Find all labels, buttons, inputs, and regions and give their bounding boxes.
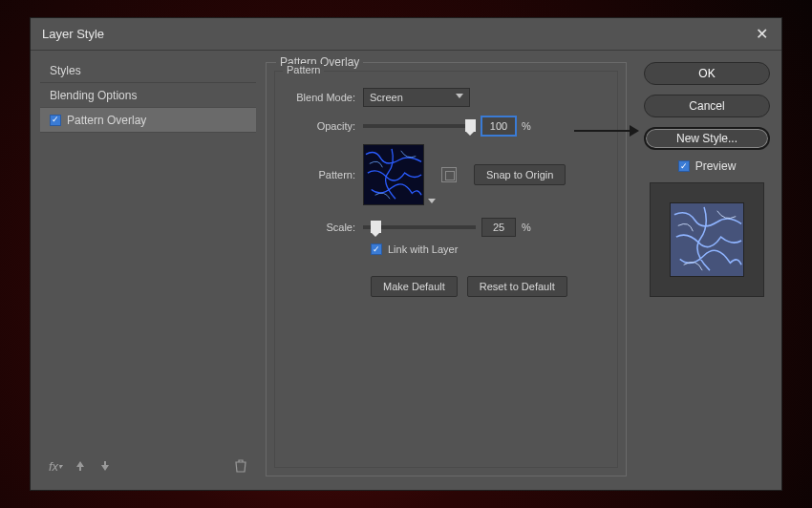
checkbox-icon[interactable] [50, 115, 61, 126]
fx-icon[interactable]: fx▾ [48, 458, 63, 474]
new-style-button[interactable]: New Style... [644, 127, 770, 150]
styles-header[interactable]: Styles [40, 58, 256, 83]
trash-icon[interactable] [233, 458, 248, 474]
styles-panel: Styles Blending Options Pattern Overlay … [40, 58, 256, 480]
preview-box [650, 182, 764, 297]
layer-style-dialog: Layer Style ✕ Styles Blending Options Pa… [30, 17, 782, 491]
preview-toggle-row: Preview [644, 159, 770, 173]
scale-label: Scale: [290, 222, 363, 233]
link-with-layer-row: Link with Layer [371, 243, 602, 255]
opacity-unit: % [522, 120, 531, 132]
pattern-swatch[interactable] [363, 144, 424, 205]
dialog-body: Styles Blending Options Pattern Overlay … [31, 51, 781, 490]
blend-mode-value: Screen [370, 92, 403, 103]
close-icon[interactable]: ✕ [753, 26, 770, 43]
scale-row: Scale: 25 % [290, 215, 602, 240]
preview-swatch [670, 202, 744, 277]
style-row-pattern-overlay[interactable]: Pattern Overlay [40, 108, 256, 133]
chevron-down-icon[interactable] [428, 199, 436, 203]
group-title: Pattern [283, 64, 324, 75]
ok-button[interactable]: OK [644, 62, 770, 85]
pattern-overlay-fieldset: Pattern Overlay Pattern Blend Mode: Scre… [266, 62, 627, 476]
opacity-label: Opacity: [290, 120, 363, 132]
chevron-down-icon [456, 94, 463, 98]
scale-slider[interactable] [363, 225, 476, 229]
pattern-group: Pattern Blend Mode: Screen Opacity: [274, 71, 618, 468]
style-row-blending-options[interactable]: Blending Options [40, 83, 256, 108]
preview-checkbox[interactable] [678, 160, 690, 172]
blend-mode-row: Blend Mode: Screen [290, 85, 602, 110]
opacity-slider[interactable] [363, 124, 476, 128]
cancel-button[interactable]: Cancel [644, 95, 770, 117]
pattern-label: Pattern: [290, 169, 363, 180]
titlebar[interactable]: Layer Style ✕ [31, 18, 781, 51]
arrow-down-icon[interactable] [97, 458, 113, 474]
opacity-input[interactable]: 100 [481, 116, 516, 136]
blend-mode-label: Blend Mode: [290, 92, 363, 103]
reset-to-default-button[interactable]: Reset to Default [467, 276, 567, 297]
make-default-button[interactable]: Make Default [371, 276, 458, 297]
style-row-label: Pattern Overlay [67, 114, 146, 127]
styles-footer: fx▾ [40, 452, 256, 480]
snap-to-origin-button[interactable]: Snap to Origin [474, 164, 566, 185]
styles-list: Blending Options Pattern Overlay [40, 83, 256, 452]
defaults-row: Make Default Reset to Default [371, 276, 602, 297]
arrow-up-icon[interactable] [73, 458, 88, 474]
slider-thumb-icon[interactable] [371, 221, 381, 233]
scale-unit: % [522, 222, 531, 233]
svg-rect-0 [364, 145, 423, 204]
settings-panel: Pattern Overlay Pattern Blend Mode: Scre… [266, 58, 632, 480]
new-preset-icon[interactable] [441, 167, 457, 182]
link-with-layer-label: Link with Layer [388, 243, 458, 255]
opacity-row: Opacity: 100 % [290, 114, 602, 138]
scale-input[interactable]: 25 [481, 218, 516, 237]
style-row-label: Blending Options [50, 89, 137, 102]
dialog-title: Layer Style [42, 27, 104, 41]
link-with-layer-checkbox[interactable] [371, 243, 382, 255]
svg-rect-1 [671, 203, 743, 276]
blend-mode-select[interactable]: Screen [363, 88, 470, 107]
actions-panel: OK Cancel New Style... Preview [642, 58, 772, 480]
slider-thumb-icon[interactable] [465, 119, 476, 132]
pattern-row: Pattern: Snap [290, 144, 602, 205]
preview-label: Preview [695, 159, 737, 173]
